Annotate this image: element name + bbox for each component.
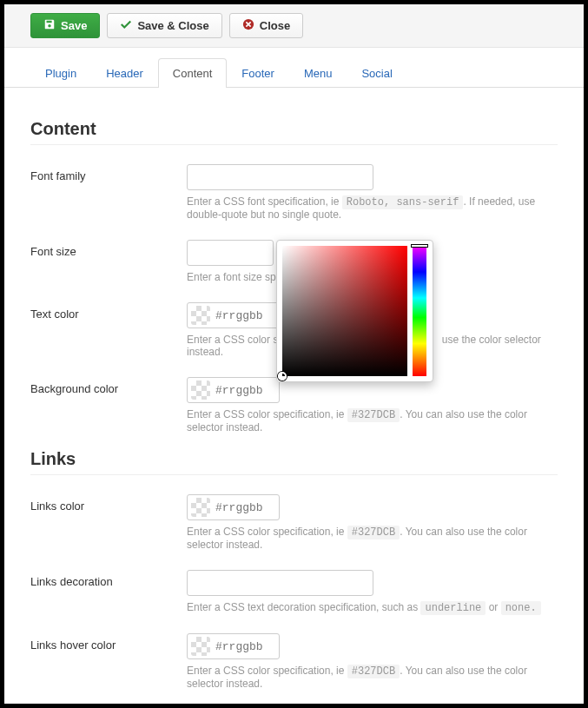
tabs: Plugin Header Content Footer Menu Social <box>4 48 584 88</box>
save-label: Save <box>61 19 87 32</box>
section-content-title: Content <box>30 119 558 145</box>
section-links-title: Links <box>30 449 558 475</box>
color-picker-hue-handle[interactable] <box>411 244 428 248</box>
form-body: Content Font family Enter a CSS font spe… <box>4 88 584 704</box>
save-close-label: Save & Close <box>137 19 208 32</box>
field-links-color: Links color Enter a CSS color specificat… <box>30 494 558 551</box>
tab-social[interactable]: Social <box>347 58 406 88</box>
field-font-family: Font family Enter a CSS font specificati… <box>30 164 558 221</box>
tab-footer[interactable]: Footer <box>227 58 289 88</box>
links-hover-color-swatch[interactable] <box>191 637 210 656</box>
bg-color-input-wrap[interactable] <box>187 377 280 403</box>
toolbar: Save Save & Close Close <box>4 4 584 48</box>
label-font-family: Font family <box>30 164 187 221</box>
label-text-color: Text color <box>30 302 187 358</box>
check-icon <box>120 18 132 33</box>
help-links-hover-color: Enter a CSS color specification, ie #327… <box>187 665 558 690</box>
label-links-hover-color: Links hover color <box>30 633 187 690</box>
bg-color-input[interactable] <box>214 383 279 398</box>
bg-color-swatch[interactable] <box>191 380 210 400</box>
save-close-button[interactable]: Save & Close <box>107 13 221 38</box>
tab-header[interactable]: Header <box>91 58 158 88</box>
tab-plugin[interactable]: Plugin <box>30 58 91 88</box>
color-picker-hue-panel[interactable] <box>413 246 426 376</box>
font-size-input[interactable] <box>187 240 274 266</box>
text-color-swatch[interactable] <box>191 306 210 325</box>
help-bg-color: Enter a CSS color specification, ie #327… <box>187 408 558 433</box>
help-links-color: Enter a CSS color specification, ie #327… <box>187 526 558 551</box>
field-links-decoration: Links decoration Enter a CSS text decora… <box>30 570 558 614</box>
save-button[interactable]: Save <box>30 13 100 38</box>
label-bg-color: Background color <box>30 377 187 433</box>
help-font-family: Enter a CSS font specification, ie Robot… <box>187 195 558 221</box>
tab-menu[interactable]: Menu <box>289 58 347 88</box>
color-picker[interactable] <box>276 240 433 382</box>
close-label: Close <box>260 19 290 32</box>
links-decoration-input[interactable] <box>187 570 373 596</box>
color-picker-sv-panel[interactable] <box>282 246 407 376</box>
text-color-input-wrap[interactable] <box>187 302 280 328</box>
links-color-swatch[interactable] <box>191 498 210 517</box>
links-hover-color-input-wrap[interactable] <box>187 633 280 659</box>
help-links-decoration: Enter a CSS text decoration specificatio… <box>187 601 558 614</box>
label-links-decoration: Links decoration <box>30 570 187 614</box>
save-icon <box>43 18 56 33</box>
links-color-input[interactable] <box>214 500 279 515</box>
close-button[interactable]: Close <box>229 13 303 38</box>
tab-content[interactable]: Content <box>158 58 228 88</box>
text-color-input[interactable] <box>214 308 279 323</box>
field-links-hover-color: Links hover color Enter a CSS color spec… <box>30 633 558 690</box>
field-bg-color: Background color Enter a CSS color speci… <box>30 377 558 433</box>
links-color-input-wrap[interactable] <box>187 494 280 520</box>
label-links-color: Links color <box>30 494 187 551</box>
label-font-size: Font size <box>30 240 187 283</box>
close-icon <box>242 18 254 33</box>
links-hover-color-input[interactable] <box>214 639 279 654</box>
color-picker-sv-cursor[interactable] <box>278 372 287 380</box>
font-family-input[interactable] <box>187 164 373 190</box>
